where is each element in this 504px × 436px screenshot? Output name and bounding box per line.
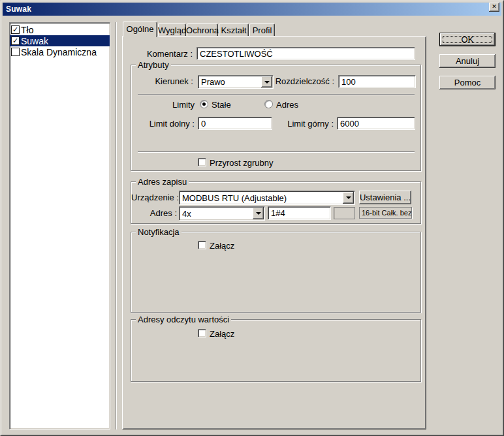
atrybuty-group-title: Atrybuty xyxy=(136,60,171,70)
adres-type-value: 4x xyxy=(182,209,191,219)
ok-button[interactable]: OK xyxy=(439,33,496,46)
close-icon: ✕ xyxy=(492,3,497,10)
adresy-odczytu-group: Adresy odczytu wartości Załącz xyxy=(131,319,421,382)
tab-label: Ochrona xyxy=(186,25,219,35)
tab-ksztalt[interactable]: Kształt xyxy=(219,23,249,37)
checkbox-tlo[interactable]: ✓ xyxy=(11,25,20,34)
tab-profil[interactable]: Profil xyxy=(249,23,275,37)
notyfikacja-zalacz-label: Załącz xyxy=(210,241,234,251)
radio-adres[interactable] xyxy=(264,100,273,108)
pomoc-button[interactable]: Pomoc xyxy=(439,76,496,89)
radio-stale-label: Stałe xyxy=(212,100,231,110)
urzadzenie-value: MODBUS RTU (Adjustable) xyxy=(182,193,287,203)
list-item-label: Tło xyxy=(21,25,33,35)
adresy-odczytu-zalacz-checkbox[interactable] xyxy=(198,329,206,337)
adres-zapisu-group: Adres zapisu Urządzenie : MODBUS RTU (Ad… xyxy=(131,181,421,224)
separator xyxy=(138,94,415,95)
notyfikacja-group-title: Notyfikacja xyxy=(136,227,181,237)
komentarz-input[interactable] xyxy=(197,47,415,60)
check-icon: ✓ xyxy=(12,26,18,33)
list-item-tlo[interactable]: ✓ Tło xyxy=(10,24,110,35)
rozdzielczosc-input[interactable] xyxy=(338,75,416,88)
list-item-skala-dynamiczna[interactable]: Skala Dynamiczna xyxy=(10,46,110,57)
kierunek-label: Kierunek : xyxy=(131,76,193,87)
adresy-odczytu-group-title: Adresy odczytu wartości xyxy=(136,315,231,324)
chevron-down-icon xyxy=(346,196,351,199)
radio-dot xyxy=(202,102,206,106)
anuluj-button-label: Anuluj xyxy=(456,56,479,66)
window-title: Suwak xyxy=(6,5,31,14)
adres-type-dropdown[interactable]: 4x xyxy=(179,206,265,221)
tab-ochrona[interactable]: Ochrona xyxy=(187,23,218,37)
notyfikacja-zalacz-checkbox[interactable] xyxy=(198,241,206,249)
chevron-down-icon xyxy=(256,212,261,215)
atrybuty-group: Atrybuty Kierunek : Prawo Rozdzielczość … xyxy=(131,65,421,171)
separator xyxy=(138,151,415,153)
checkbox-skala-dynamiczna[interactable] xyxy=(11,48,20,56)
close-button[interactable]: ✕ xyxy=(489,3,499,12)
limit-gorny-label: Limit górny : xyxy=(236,119,334,129)
adresy-odczytu-zalacz-label: Załącz xyxy=(210,329,234,339)
urzadzenie-label: Urządzenie : xyxy=(131,193,177,203)
pomoc-button-label: Pomoc xyxy=(454,78,480,87)
limit-dolny-label: Limit dolny : xyxy=(131,119,195,129)
urzadzenie-dropdown[interactable]: MODBUS RTU (Adjustable) xyxy=(179,191,355,205)
ok-button-label: OK xyxy=(462,35,474,44)
radio-adres-label: Adres xyxy=(276,100,298,110)
layers-listbox: ✓ Tło ✓ Suwak Skala Dynamiczna xyxy=(9,22,110,429)
ustawienia-button-label: Ustawienia ... xyxy=(360,193,411,202)
radio-stale[interactable] xyxy=(200,100,208,108)
list-item-suwak[interactable]: ✓ Suwak xyxy=(10,35,110,46)
adres-extra-box xyxy=(334,207,355,219)
tab-label: Kształt xyxy=(221,25,246,35)
adres-zapisu-group-title: Adres zapisu xyxy=(136,177,189,187)
limit-gorny-input[interactable] xyxy=(337,117,415,130)
tab-label: Profil xyxy=(253,25,272,35)
data-type-box: 16-bit Całk. bez xyxy=(359,207,412,219)
notyfikacja-group: Notyfikacja Załącz xyxy=(131,232,421,313)
tab-ogolne[interactable]: Ogólne xyxy=(123,22,157,37)
limity-label: Limity xyxy=(131,100,195,110)
dialog-window: Suwak ✕ ✓ Tło ✓ Suwak Skala Dynamiczna O… xyxy=(0,0,504,436)
list-item-label: Skala Dynamiczna xyxy=(21,47,97,57)
tab-label: Ogólne xyxy=(127,24,154,34)
przyrost-zgrubny-checkbox[interactable] xyxy=(198,158,206,166)
komentarz-label: Komentarz : xyxy=(131,49,193,59)
dropdown-button[interactable] xyxy=(343,192,354,204)
titlebar[interactable]: Suwak xyxy=(3,3,501,16)
kierunek-value: Prawo xyxy=(201,77,225,87)
anuluj-button[interactable]: Anuluj xyxy=(439,54,496,68)
rozdzielczosc-label: Rozdzielczość : xyxy=(236,76,334,87)
list-item-label: Suwak xyxy=(21,36,48,46)
dropdown-button[interactable] xyxy=(253,208,264,219)
data-type-label: 16-bit Całk. bez xyxy=(362,209,411,217)
przyrost-zgrubny-label: Przyrost zgrubny xyxy=(210,158,274,168)
adres-input[interactable] xyxy=(268,206,331,220)
vertical-separator xyxy=(116,22,117,429)
tab-wyglad[interactable]: Wygląd xyxy=(158,23,186,37)
tab-page-ogolne: Komentarz : Atrybuty Kierunek : Prawo Ro… xyxy=(122,36,426,429)
tab-label: Wygląd xyxy=(158,25,186,35)
check-icon: ✓ xyxy=(12,37,18,44)
checkbox-suwak[interactable]: ✓ xyxy=(11,37,20,45)
adres-label: Adres : xyxy=(131,208,177,219)
ustawienia-button[interactable]: Ustawienia ... xyxy=(359,191,411,204)
